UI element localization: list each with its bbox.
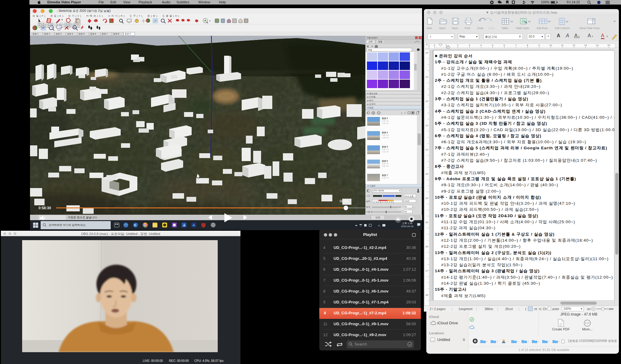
svg-text:›: › xyxy=(559,340,560,343)
svg-text:›: › xyxy=(528,340,529,343)
svg-text:›: › xyxy=(507,340,508,343)
svg-text:›: › xyxy=(518,340,519,343)
svg-text:9: 9 xyxy=(538,44,540,47)
svg-text:1: 1 xyxy=(445,44,447,47)
svg-text:23: 23 xyxy=(425,173,428,175)
svg-text:11: 11 xyxy=(561,44,564,47)
svg-text:28: 28 xyxy=(425,294,428,296)
svg-text:A: A xyxy=(378,224,380,227)
svg-text:19: 19 xyxy=(425,76,428,78)
svg-text:18: 18 xyxy=(425,52,428,54)
svg-text:J: J xyxy=(404,111,406,114)
svg-text:f: f xyxy=(401,111,402,114)
svg-text:7: 7 xyxy=(515,44,517,47)
svg-text:6: 6 xyxy=(504,44,505,47)
svg-text:20: 20 xyxy=(425,100,428,102)
svg-text:5: 5 xyxy=(492,44,493,47)
svg-text:25: 25 xyxy=(425,221,428,223)
svg-text:2: 2 xyxy=(457,44,458,47)
svg-text:14: 14 xyxy=(596,44,599,47)
svg-text:JFMAMJJASOND: JFMAMJJASOND xyxy=(373,201,394,203)
svg-text:8: 8 xyxy=(527,44,528,47)
svg-text:12: 12 xyxy=(572,44,575,47)
svg-text:26: 26 xyxy=(425,246,428,248)
svg-text:›: › xyxy=(538,340,539,343)
svg-text:15: 15 xyxy=(607,44,610,47)
svg-text:put: put xyxy=(609,307,613,310)
svg-text:21: 21 xyxy=(425,124,428,127)
svg-text:›: › xyxy=(549,340,549,343)
svg-text:3: 3 xyxy=(469,44,470,47)
svg-text:0: 0 xyxy=(434,44,435,47)
svg-text:22: 22 xyxy=(425,149,428,151)
svg-text:10: 10 xyxy=(549,44,552,47)
svg-text:›: › xyxy=(486,340,487,343)
svg-text:›: › xyxy=(497,340,498,343)
svg-text:24: 24 xyxy=(425,197,428,199)
svg-text:27: 27 xyxy=(425,270,428,272)
svg-text:e: e xyxy=(134,223,136,227)
svg-text:»: » xyxy=(613,19,616,23)
svg-text:4: 4 xyxy=(480,44,482,47)
svg-text:13: 13 xyxy=(584,44,587,47)
